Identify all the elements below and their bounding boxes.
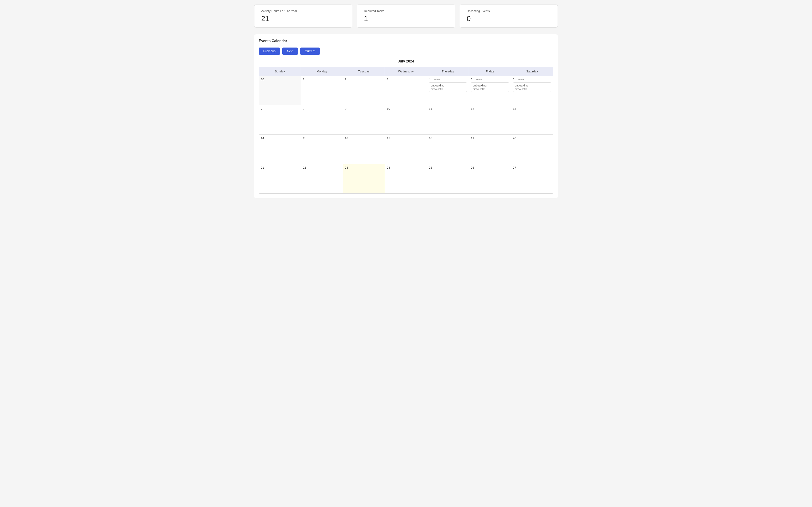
cell-day-number: 25	[429, 166, 432, 169]
calendar-cell-13[interactable]: 13	[511, 105, 553, 135]
page-wrapper: Activity Hours For The Year 21 Required …	[250, 0, 562, 203]
header-tuesday: Tuesday	[343, 67, 385, 76]
header-wednesday: Wednesday	[385, 67, 427, 76]
calendar-cell-20[interactable]: 20	[511, 135, 553, 164]
cell-day-number: 6	[513, 78, 514, 81]
cell-day-number: 19	[471, 136, 474, 140]
cell-day-number: 21	[261, 166, 264, 169]
calendar-cell-11[interactable]: 11	[427, 105, 469, 135]
cell-event-count: 1 event	[474, 78, 483, 81]
cell-day-number: 17	[387, 136, 390, 140]
cell-day-number: 24	[387, 166, 390, 169]
cell-day-number: 11	[429, 107, 432, 110]
header-saturday: Saturday	[511, 67, 553, 76]
calendar-cell-17[interactable]: 17	[385, 135, 427, 164]
calendar-cell-19[interactable]: 19	[469, 135, 511, 164]
cell-day-number: 8	[303, 107, 304, 110]
cell-day-number: 9	[345, 107, 346, 110]
cell-day-number: 10	[387, 107, 390, 110]
calendar-cell-27[interactable]: 27	[511, 164, 553, 193]
calendar-cell-10[interactable]: 10	[385, 105, 427, 135]
calendar-header: Sunday Monday Tuesday Wednesday Thursday…	[259, 67, 553, 76]
stat-card-tasks: Required Tasks 1	[357, 5, 455, 27]
calendar-grid: Sunday Monday Tuesday Wednesday Thursday…	[259, 67, 553, 194]
calendar-cell-30[interactable]: 30	[259, 76, 301, 105]
calendar-cell-3[interactable]: 3	[385, 76, 427, 105]
calendar-cell-26[interactable]: 26	[469, 164, 511, 193]
calendar-cell-7[interactable]: 7	[259, 105, 301, 135]
cell-day-number: 14	[261, 136, 264, 140]
cell-day-number: 26	[471, 166, 474, 169]
calendar-cell-18[interactable]: 18	[427, 135, 469, 164]
event-subtitle: hjrew esfjk	[473, 88, 507, 90]
cell-day-number: 23	[345, 166, 348, 169]
stat-value-activity: 21	[261, 14, 345, 23]
cell-day-number: 4	[429, 78, 430, 81]
cell-day-number: 30	[261, 78, 264, 81]
calendar-cell-12[interactable]: 12	[469, 105, 511, 135]
header-sunday: Sunday	[259, 67, 301, 76]
calendar-cell-9[interactable]: 9	[343, 105, 385, 135]
event-card[interactable]: onboardinghjrew esfjk	[429, 82, 467, 92]
cell-day-number: 5	[471, 78, 472, 81]
cell-day-number: 22	[303, 166, 306, 169]
cell-day-number: 27	[513, 166, 516, 169]
event-subtitle: hjrew esfjk	[515, 88, 549, 90]
cell-event-count: 1 event	[432, 78, 441, 81]
header-friday: Friday	[469, 67, 511, 76]
event-card[interactable]: onboardinghjrew esfjk	[471, 82, 509, 92]
stat-label-activity: Activity Hours For The Year	[261, 9, 345, 13]
stat-label-tasks: Required Tasks	[364, 9, 448, 13]
calendar-cell-8[interactable]: 8	[301, 105, 343, 135]
next-button[interactable]: Next	[282, 48, 298, 55]
cell-day-number: 13	[513, 107, 516, 110]
stat-value-events: 0	[467, 14, 551, 23]
stats-row: Activity Hours For The Year 21 Required …	[254, 5, 558, 27]
calendar-cell-21[interactable]: 21	[259, 164, 301, 193]
calendar-month-title: July 2024	[259, 59, 553, 63]
header-thursday: Thursday	[427, 67, 469, 76]
calendar-cell-23[interactable]: 23	[343, 164, 385, 193]
calendar-cell-4[interactable]: 41 eventonboardinghjrew esfjk	[427, 76, 469, 105]
previous-button[interactable]: Previous	[259, 48, 280, 55]
calendar-controls: Previous Next Current	[259, 48, 553, 55]
calendar-cell-22[interactable]: 22	[301, 164, 343, 193]
calendar-section-title: Events Calendar	[259, 39, 553, 43]
cell-day-number: 16	[345, 136, 348, 140]
cell-day-number: 1	[303, 78, 304, 81]
calendar-cell-6[interactable]: 61 eventonboardinghjrew esfjk	[511, 76, 553, 105]
cell-day-number: 18	[429, 136, 432, 140]
current-button[interactable]: Current	[300, 48, 320, 55]
stat-label-events: Upcoming Events	[467, 9, 551, 13]
cell-day-number: 7	[261, 107, 262, 110]
calendar-cell-5[interactable]: 51 eventonboardinghjrew esfjk	[469, 76, 511, 105]
calendar-cell-2[interactable]: 2	[343, 76, 385, 105]
event-name: onboarding	[473, 84, 507, 87]
event-name: onboarding	[431, 84, 465, 87]
cell-day-number: 20	[513, 136, 516, 140]
calendar-cell-1[interactable]: 1	[301, 76, 343, 105]
cell-day-number: 15	[303, 136, 306, 140]
header-monday: Monday	[301, 67, 343, 76]
stat-card-events: Upcoming Events 0	[460, 5, 558, 27]
calendar-cell-14[interactable]: 14	[259, 135, 301, 164]
calendar-body: 3012341 eventonboardinghjrew esfjk51 eve…	[259, 76, 553, 193]
calendar-cell-15[interactable]: 15	[301, 135, 343, 164]
calendar-cell-24[interactable]: 24	[385, 164, 427, 193]
event-card[interactable]: onboardinghjrew esfjk	[513, 82, 551, 92]
stat-card-activity: Activity Hours For The Year 21	[254, 5, 352, 27]
cell-day-number: 12	[471, 107, 474, 110]
cell-day-number: 2	[345, 78, 346, 81]
cell-day-number: 3	[387, 78, 388, 81]
calendar-section: Events Calendar Previous Next Current Ju…	[254, 35, 558, 198]
event-name: onboarding	[515, 84, 549, 87]
calendar-cell-16[interactable]: 16	[343, 135, 385, 164]
calendar-cell-25[interactable]: 25	[427, 164, 469, 193]
event-subtitle: hjrew esfjk	[431, 88, 465, 90]
stat-value-tasks: 1	[364, 14, 448, 23]
cell-event-count: 1 event	[516, 78, 524, 81]
